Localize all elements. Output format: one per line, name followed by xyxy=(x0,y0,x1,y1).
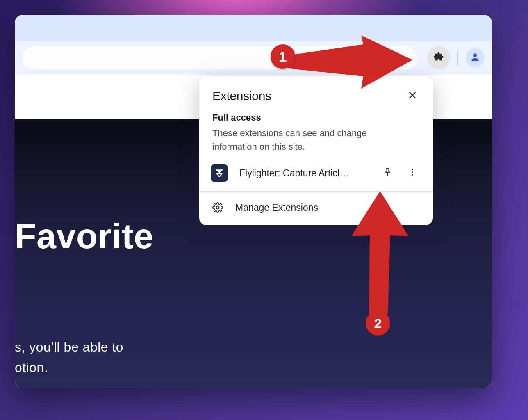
toolbar-divider xyxy=(457,51,458,65)
manage-extensions-label: Manage Extensions xyxy=(235,202,318,213)
extension-item[interactable]: Flylighter: Capture Articl… xyxy=(199,153,433,192)
gear-icon xyxy=(212,201,224,214)
pin-icon xyxy=(383,167,393,179)
profile-button[interactable] xyxy=(466,48,485,67)
svg-point-7 xyxy=(412,171,413,173)
close-button[interactable] xyxy=(405,89,420,103)
page-subtext-1: s, you'll be able to xyxy=(15,340,123,355)
svg-point-8 xyxy=(412,174,413,176)
full-access-title: Full access xyxy=(212,112,420,123)
svg-point-6 xyxy=(412,169,413,171)
browser-toolbar xyxy=(15,41,492,75)
svg-point-9 xyxy=(216,206,219,209)
tab-strip xyxy=(15,15,492,41)
svg-point-0 xyxy=(473,53,477,57)
avatar-icon xyxy=(470,52,480,64)
extensions-popup: Extensions Full access These extensions … xyxy=(199,76,433,225)
svg-marker-4 xyxy=(217,173,222,177)
flylighter-extension-icon xyxy=(211,164,228,182)
page-headline: Favorite xyxy=(15,216,154,256)
svg-marker-3 xyxy=(215,169,223,173)
full-access-description: These extensions can see and change info… xyxy=(212,126,393,153)
extensions-button[interactable] xyxy=(427,46,450,69)
address-bar[interactable] xyxy=(22,46,417,69)
popup-title: Extensions xyxy=(212,89,271,103)
more-vertical-icon xyxy=(408,168,417,178)
puzzle-piece-icon xyxy=(433,51,444,64)
page-subtext-2: otion. xyxy=(15,360,48,375)
extension-name: Flylighter: Capture Articl… xyxy=(239,168,372,179)
more-options-button[interactable] xyxy=(403,164,421,182)
pin-button[interactable] xyxy=(379,164,397,182)
close-icon xyxy=(407,90,417,102)
manage-extensions-button[interactable]: Manage Extensions xyxy=(199,192,433,225)
